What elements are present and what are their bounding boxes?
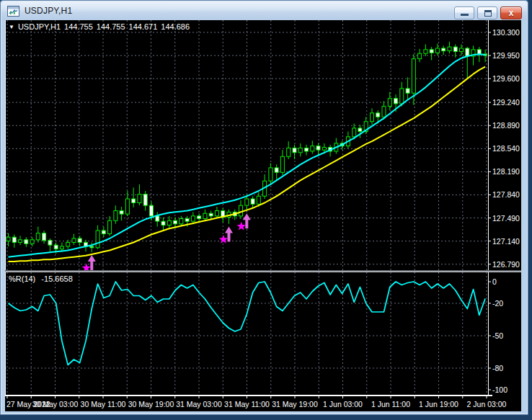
svg-text:126.790: 126.790 (492, 260, 520, 269)
svg-text:129.240: 129.240 (492, 98, 520, 107)
svg-text:1 Jun 11:00: 1 Jun 11:00 (371, 400, 410, 408)
svg-text:31 May 19:00: 31 May 19:00 (272, 400, 318, 408)
svg-text:-20: -20 (492, 299, 503, 308)
svg-text:-80: -80 (492, 364, 503, 372)
window-title: USDJPY,H1 (25, 6, 72, 16)
time-axis-labels: 27 May 202230 May 03:0030 May 11:0030 Ma… (5, 396, 507, 409)
wpr-indicator-svg[interactable]: 0-20-50-80-100 (5, 272, 521, 395)
svg-text:127.840: 127.840 (492, 190, 520, 199)
svg-text:129.600: 129.600 (492, 74, 520, 83)
svg-text:2 Jun 03:00: 2 Jun 03:00 (467, 400, 507, 408)
svg-text:127.490: 127.490 (492, 214, 520, 223)
ohlc-open: 144.755 (64, 22, 93, 31)
svg-text:130.300: 130.300 (492, 28, 520, 37)
svg-text:31 May 03:00: 31 May 03:00 (176, 400, 222, 408)
wpr-axis: 0-20-50-80-100 (6, 272, 508, 395)
svg-text:1 Jun 03:00: 1 Jun 03:00 (323, 400, 363, 408)
svg-text:30 May 11:00: 30 May 11:00 (81, 400, 126, 408)
svg-text:-50: -50 (492, 331, 503, 340)
price-axis: 130.300129.950129.600129.240128.890128.5… (6, 20, 520, 270)
svg-text:128.190: 128.190 (492, 167, 520, 176)
main-grid (5, 20, 488, 270)
svg-text:128.890: 128.890 (492, 121, 520, 130)
window-titlebar[interactable]: USDJPY,H1 x (1, 1, 527, 20)
wpr-name: %R(14) (9, 274, 35, 283)
chart-window: USDJPY,H1 x 130.300129.950129.600129.240… (0, 0, 528, 415)
chart-client-area: 130.300129.950129.600129.240128.890128.5… (5, 20, 521, 411)
svg-text:30 May 03:00: 30 May 03:00 (32, 400, 79, 408)
restore-button[interactable] (477, 6, 497, 19)
window-minimize-icon (461, 14, 469, 16)
buy-signal-arrows (82, 213, 251, 270)
svg-text:31 May 11:00: 31 May 11:00 (224, 400, 270, 408)
svg-text:128.540: 128.540 (492, 144, 520, 153)
wpr-grid (5, 272, 488, 395)
svg-text:0: 0 (492, 277, 497, 286)
svg-text:129.950: 129.950 (492, 51, 520, 60)
mdi-workspace: USDJPY,H1 x 130.300129.950129.600129.240… (0, 0, 532, 420)
svg-text:127.140: 127.140 (492, 237, 520, 246)
chart-symbol-label: USDJPY,H1 (18, 22, 61, 31)
ohlc-close: 144.686 (161, 22, 190, 31)
main-chart-svg[interactable]: 130.300129.950129.600129.240128.890128.5… (5, 20, 521, 270)
window-controls: x (454, 6, 522, 19)
collapse-arrow-icon[interactable]: ▼ (9, 24, 14, 30)
wpr-indicator-label: %R(14) -15.6658 (9, 274, 76, 283)
wpr-value: -15.6658 (41, 274, 72, 283)
ohlc-low: 144.671 (129, 22, 158, 31)
svg-text:1 Jun 19:00: 1 Jun 19:00 (419, 400, 458, 408)
time-axis[interactable]: 27 May 202230 May 03:0030 May 11:0030 Ma… (5, 396, 521, 411)
minimize-button[interactable] (454, 6, 474, 19)
svg-text:30 May 19:00: 30 May 19:00 (128, 400, 174, 408)
chart-ohlc-label[interactable]: ▼ USDJPY,H1 144.755 144.755 144.671 144.… (9, 22, 193, 31)
chart-window-icon (7, 6, 19, 17)
window-restore-icon (484, 10, 492, 17)
ohlc-high: 144.755 (97, 22, 125, 31)
svg-text:-100: -100 (492, 385, 507, 394)
window-close-icon: x (501, 7, 521, 19)
close-button[interactable]: x (500, 6, 522, 19)
